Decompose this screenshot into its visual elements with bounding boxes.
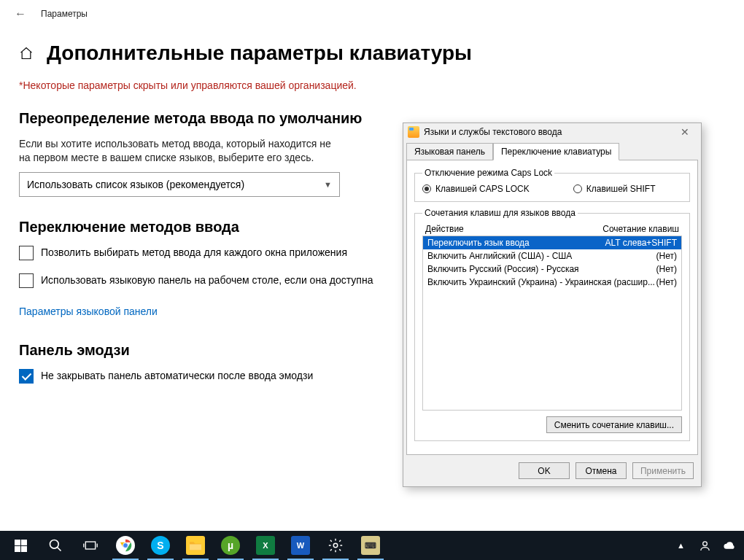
svg-point-0 <box>50 540 59 549</box>
radio-label: Клавишей CAPS LOCK <box>435 184 530 194</box>
close-button[interactable]: ✕ <box>675 126 695 138</box>
radio-shift[interactable]: Клавишей SHIFT <box>573 184 656 194</box>
checkbox-label: Не закрывать панель автоматически после … <box>41 369 313 383</box>
langbar-options-link[interactable]: Параметры языковой панели <box>19 306 158 317</box>
taskbar-utorrent[interactable]: µ <box>213 531 248 560</box>
back-button[interactable]: ← <box>15 7 26 20</box>
windows-icon <box>15 540 27 552</box>
radio-label: Клавишей SHIFT <box>586 184 656 194</box>
hotkey-row[interactable]: Включить Русский (Россия) - Русская(Нет) <box>423 262 681 276</box>
hotkey-action: Включить Украинский (Украина) - Украинск… <box>427 277 655 287</box>
hotkey-row[interactable]: Переключить язык вводаALT слева+SHIFT <box>423 236 681 249</box>
ok-button[interactable]: OK <box>519 462 570 479</box>
checkbox-langbar-desktop[interactable]: Использовать языковую панель на рабочем … <box>19 273 376 288</box>
hotkeys-legend: Сочетания клавиш для языков ввода <box>422 208 578 218</box>
taskbar-osk[interactable]: ⌨ <box>353 531 388 560</box>
svg-rect-2 <box>85 542 95 549</box>
hotkey-combo: (Нет) <box>656 251 677 261</box>
checkbox-icon <box>19 246 34 260</box>
taskbar-explorer[interactable] <box>178 531 213 560</box>
taskbar-chrome[interactable] <box>108 531 143 560</box>
capslock-group: Отключение режима Caps Lock Клавишей CAP… <box>414 168 690 202</box>
skype-icon: S <box>151 536 170 555</box>
task-view-button[interactable] <box>73 531 108 560</box>
folder-icon <box>186 536 205 555</box>
radio-icon <box>422 184 431 193</box>
dialog-icon <box>408 126 419 138</box>
tray-chevron-up-icon[interactable]: ▲ <box>675 540 687 552</box>
checkbox-label: Использовать языковую панель на рабочем … <box>41 273 373 287</box>
taskbar-skype[interactable]: S <box>143 531 178 560</box>
change-hotkey-button[interactable]: Сменить сочетание клавиш... <box>546 416 682 433</box>
svg-point-8 <box>333 543 338 548</box>
taskbar-excel[interactable]: X <box>248 531 283 560</box>
task-view-icon <box>83 540 98 551</box>
excel-icon: X <box>256 536 275 555</box>
hotkey-combo: ALT слева+SHIFT <box>605 238 678 248</box>
hotkey-list[interactable]: Переключить язык вводаALT слева+SHIFTВкл… <box>422 236 682 411</box>
window-title: Параметры <box>41 9 88 19</box>
utorrent-icon: µ <box>221 536 240 555</box>
keyboard-icon: ⌨ <box>361 536 380 555</box>
checkbox-icon <box>19 369 34 384</box>
override-description: Если вы хотите использовать метод ввода,… <box>19 137 340 165</box>
tab-keyboard-switch[interactable]: Переключение клавиатуры <box>493 143 619 160</box>
svg-point-7 <box>123 543 128 548</box>
radio-capslock[interactable]: Клавишей CAPS LOCK <box>422 184 530 194</box>
chevron-down-icon: ▼ <box>324 180 332 189</box>
word-icon: W <box>291 536 310 555</box>
hotkey-row[interactable]: Включить Украинский (Украина) - Украинск… <box>423 276 681 289</box>
svg-line-1 <box>58 548 61 551</box>
checkbox-per-window[interactable]: Позволить выбирать метод ввода для каждо… <box>19 246 376 260</box>
page-title: Дополнительные параметры клавиатуры <box>47 42 472 65</box>
tray-onedrive-icon[interactable] <box>723 540 735 552</box>
dialog-title: Языки и службы текстового ввода <box>424 127 562 137</box>
radio-icon <box>573 184 582 193</box>
hotkey-action: Переключить язык ввода <box>427 238 530 248</box>
checkbox-emoji-autoclose[interactable]: Не закрывать панель автоматически после … <box>19 369 376 384</box>
chrome-icon <box>116 536 135 555</box>
apply-button[interactable]: Применить <box>632 462 694 479</box>
hotkey-row[interactable]: Включить Английский (США) - США(Нет) <box>423 249 681 262</box>
capslock-legend: Отключение режима Caps Lock <box>422 168 554 178</box>
cancel-button[interactable]: Отмена <box>576 462 627 479</box>
home-icon[interactable] <box>19 46 34 61</box>
tab-langbar[interactable]: Языковая панель <box>406 143 493 160</box>
search-button[interactable] <box>38 531 73 560</box>
tray-people-icon[interactable] <box>699 540 711 552</box>
taskbar-word[interactable]: W <box>283 531 318 560</box>
default-input-method-select[interactable]: Использовать список языков (рекомендуетс… <box>19 172 340 197</box>
col-action: Действие <box>425 224 464 234</box>
hotkey-combo: (Нет) <box>656 264 677 274</box>
gear-icon <box>328 537 344 553</box>
hotkey-action: Включить Английский (США) - США <box>427 251 572 261</box>
start-button[interactable] <box>3 531 38 560</box>
checkbox-icon <box>19 273 34 288</box>
text-services-dialog: Языки и службы текстового ввода ✕ Языков… <box>403 122 702 487</box>
taskbar-settings[interactable] <box>318 531 353 560</box>
hotkey-action: Включить Русский (Россия) - Русская <box>427 264 579 274</box>
svg-point-9 <box>703 541 708 545</box>
taskbar: S µ X W ⌨ ▲ <box>0 531 744 560</box>
col-combo: Сочетание клавиш <box>602 224 679 234</box>
search-icon <box>48 538 63 553</box>
org-warning: *Некоторые параметры скрыты или управляю… <box>19 79 725 91</box>
checkbox-label: Позволить выбирать метод ввода для каждо… <box>41 246 347 260</box>
select-value: Использовать список языков (рекомендуетс… <box>27 179 244 190</box>
hotkey-combo: (Нет) <box>656 277 677 287</box>
hotkeys-group: Сочетания клавиш для языков ввода Действ… <box>414 208 690 441</box>
